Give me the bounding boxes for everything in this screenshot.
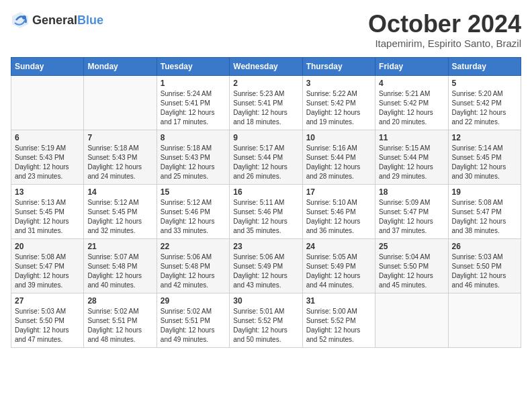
- day-info: Sunrise: 5:16 AM Sunset: 5:44 PM Dayligh…: [306, 144, 371, 181]
- sunset-text: Sunset: 5:42 PM: [306, 99, 356, 107]
- day-info: Sunrise: 5:00 AM Sunset: 5:52 PM Dayligh…: [306, 307, 371, 345]
- sunset-text: Sunset: 5:48 PM: [87, 263, 137, 270]
- sunset-text: Sunset: 5:52 PM: [233, 317, 283, 324]
- calendar-cell: 12 Sunrise: 5:14 AM Sunset: 5:45 PM Dayl…: [448, 130, 521, 184]
- weekday-header-monday: Monday: [84, 57, 157, 75]
- sunrise-text: Sunrise: 5:23 AM: [233, 90, 284, 97]
- calendar-cell: 17 Sunrise: 5:10 AM Sunset: 5:46 PM Dayl…: [302, 184, 375, 238]
- day-number: 17: [306, 187, 371, 197]
- day-info: Sunrise: 5:02 AM Sunset: 5:51 PM Dayligh…: [161, 307, 226, 345]
- sunset-text: Sunset: 5:45 PM: [15, 208, 64, 216]
- day-number: 29: [161, 296, 226, 306]
- daylight-text: Daylight: 12 hours and 19 minutes.: [306, 109, 361, 126]
- daylight-text: Daylight: 12 hours and 40 minutes.: [87, 272, 142, 289]
- calendar-cell: 22 Sunrise: 5:06 AM Sunset: 5:48 PM Dayl…: [157, 238, 229, 293]
- sunrise-text: Sunrise: 5:06 AM: [233, 253, 284, 261]
- calendar-cell: [375, 293, 448, 347]
- day-number: 21: [87, 242, 152, 251]
- calendar-cell: 14 Sunrise: 5:12 AM Sunset: 5:45 PM Dayl…: [84, 184, 157, 238]
- daylight-text: Daylight: 12 hours and 50 minutes.: [233, 326, 287, 343]
- calendar-cell: 31 Sunrise: 5:00 AM Sunset: 5:52 PM Dayl…: [302, 293, 375, 347]
- day-number: 24: [306, 242, 371, 251]
- daylight-text: Daylight: 12 hours and 32 minutes.: [87, 218, 142, 234]
- day-info: Sunrise: 5:04 AM Sunset: 5:50 PM Dayligh…: [379, 253, 444, 290]
- sunrise-text: Sunrise: 5:05 AM: [306, 253, 357, 261]
- calendar-cell: 11 Sunrise: 5:15 AM Sunset: 5:44 PM Dayl…: [375, 130, 448, 184]
- calendar-cell: 3 Sunrise: 5:22 AM Sunset: 5:42 PM Dayli…: [302, 75, 375, 130]
- day-number: 5: [452, 79, 517, 88]
- daylight-text: Daylight: 12 hours and 23 minutes.: [15, 163, 69, 180]
- daylight-text: Daylight: 12 hours and 48 minutes.: [87, 326, 142, 343]
- weekday-header-tuesday: Tuesday: [157, 57, 229, 75]
- sunset-text: Sunset: 5:43 PM: [161, 154, 210, 161]
- day-number: 31: [306, 296, 371, 306]
- daylight-text: Daylight: 12 hours and 22 minutes.: [452, 109, 506, 126]
- sunrise-text: Sunrise: 5:16 AM: [306, 144, 357, 152]
- daylight-text: Daylight: 12 hours and 35 minutes.: [233, 218, 287, 234]
- day-info: Sunrise: 5:06 AM Sunset: 5:49 PM Dayligh…: [233, 253, 298, 290]
- month-title: October 2024: [368, 11, 521, 38]
- logo-blue: Blue: [77, 13, 103, 27]
- daylight-text: Daylight: 12 hours and 43 minutes.: [233, 272, 287, 289]
- weekday-header-saturday: Saturday: [448, 57, 521, 75]
- sunrise-text: Sunrise: 5:06 AM: [161, 253, 212, 261]
- day-number: 28: [87, 296, 152, 306]
- sunrise-text: Sunrise: 5:04 AM: [379, 253, 430, 261]
- sunrise-text: Sunrise: 5:08 AM: [452, 199, 503, 206]
- sunset-text: Sunset: 5:45 PM: [87, 208, 137, 216]
- calendar-cell: [84, 75, 157, 130]
- calendar-cell: 9 Sunrise: 5:17 AM Sunset: 5:44 PM Dayli…: [230, 130, 302, 184]
- day-number: 22: [161, 242, 226, 251]
- calendar-cell: 7 Sunrise: 5:18 AM Sunset: 5:43 PM Dayli…: [84, 130, 157, 184]
- sunset-text: Sunset: 5:47 PM: [379, 208, 429, 216]
- calendar-cell: 4 Sunrise: 5:21 AM Sunset: 5:42 PM Dayli…: [375, 75, 448, 130]
- sunrise-text: Sunrise: 5:18 AM: [161, 144, 212, 152]
- daylight-text: Daylight: 12 hours and 47 minutes.: [15, 326, 69, 343]
- sunrise-text: Sunrise: 5:09 AM: [379, 199, 430, 206]
- day-number: 12: [452, 133, 517, 142]
- day-number: 18: [379, 187, 444, 197]
- sunset-text: Sunset: 5:49 PM: [233, 263, 283, 270]
- day-info: Sunrise: 5:13 AM Sunset: 5:45 PM Dayligh…: [15, 198, 80, 236]
- day-number: 4: [379, 79, 444, 88]
- weekday-header-wednesday: Wednesday: [230, 57, 302, 75]
- sunrise-text: Sunrise: 5:11 AM: [233, 199, 284, 206]
- day-info: Sunrise: 5:07 AM Sunset: 5:48 PM Dayligh…: [87, 253, 152, 290]
- sunset-text: Sunset: 5:41 PM: [233, 99, 283, 107]
- day-info: Sunrise: 5:12 AM Sunset: 5:46 PM Dayligh…: [161, 198, 226, 236]
- sunrise-text: Sunrise: 5:02 AM: [161, 308, 212, 315]
- sunset-text: Sunset: 5:44 PM: [233, 154, 283, 161]
- calendar-cell: 13 Sunrise: 5:13 AM Sunset: 5:45 PM Dayl…: [11, 184, 84, 238]
- day-number: 7: [87, 133, 152, 142]
- day-info: Sunrise: 5:03 AM Sunset: 5:50 PM Dayligh…: [452, 253, 517, 290]
- calendar-cell: 18 Sunrise: 5:09 AM Sunset: 5:47 PM Dayl…: [375, 184, 448, 238]
- daylight-text: Daylight: 12 hours and 44 minutes.: [306, 272, 361, 289]
- calendar-cell: 19 Sunrise: 5:08 AM Sunset: 5:47 PM Dayl…: [448, 184, 521, 238]
- day-info: Sunrise: 5:08 AM Sunset: 5:47 PM Dayligh…: [15, 253, 80, 290]
- calendar-cell: 5 Sunrise: 5:20 AM Sunset: 5:42 PM Dayli…: [448, 75, 521, 130]
- day-number: 14: [87, 187, 152, 197]
- daylight-text: Daylight: 12 hours and 17 minutes.: [161, 109, 215, 126]
- day-info: Sunrise: 5:11 AM Sunset: 5:46 PM Dayligh…: [233, 198, 298, 236]
- day-info: Sunrise: 5:19 AM Sunset: 5:43 PM Dayligh…: [15, 144, 80, 181]
- calendar-week-5: 27 Sunrise: 5:03 AM Sunset: 5:50 PM Dayl…: [11, 293, 521, 347]
- sunset-text: Sunset: 5:47 PM: [15, 263, 64, 270]
- day-info: Sunrise: 5:18 AM Sunset: 5:43 PM Dayligh…: [87, 144, 152, 181]
- sunset-text: Sunset: 5:52 PM: [306, 317, 356, 324]
- day-number: 2: [233, 79, 298, 88]
- svg-point-1: [22, 15, 26, 19]
- sunrise-text: Sunrise: 5:18 AM: [87, 144, 138, 152]
- calendar-cell: 29 Sunrise: 5:02 AM Sunset: 5:51 PM Dayl…: [157, 293, 229, 347]
- weekday-header-sunday: Sunday: [11, 57, 84, 75]
- day-number: 27: [15, 296, 80, 306]
- calendar-cell: 15 Sunrise: 5:12 AM Sunset: 5:46 PM Dayl…: [157, 184, 229, 238]
- sunset-text: Sunset: 5:50 PM: [452, 263, 502, 270]
- day-info: Sunrise: 5:01 AM Sunset: 5:52 PM Dayligh…: [233, 307, 298, 345]
- day-number: 6: [15, 133, 80, 142]
- sunrise-text: Sunrise: 5:03 AM: [15, 308, 66, 315]
- sunset-text: Sunset: 5:46 PM: [161, 208, 210, 216]
- day-number: 20: [15, 242, 80, 251]
- calendar-cell: 28 Sunrise: 5:02 AM Sunset: 5:51 PM Dayl…: [84, 293, 157, 347]
- calendar-cell: 27 Sunrise: 5:03 AM Sunset: 5:50 PM Dayl…: [11, 293, 84, 347]
- calendar-cell: 16 Sunrise: 5:11 AM Sunset: 5:46 PM Dayl…: [230, 184, 302, 238]
